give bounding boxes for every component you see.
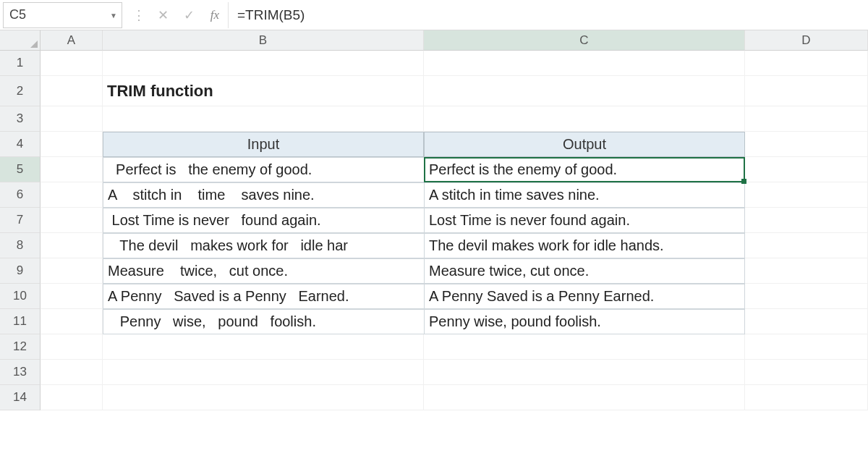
input-cell[interactable]: Penny wise, pound foolish. [103, 309, 424, 334]
cell[interactable] [103, 334, 424, 360]
cell[interactable] [103, 51, 424, 76]
output-cell[interactable]: A stitch in time saves nine. [424, 182, 745, 208]
row-header[interactable]: 9 [0, 258, 41, 284]
row: 14 [0, 385, 868, 410]
cell[interactable] [424, 76, 745, 106]
row-header[interactable]: 4 [0, 132, 41, 157]
input-cell[interactable]: The devil makes work for idle har [103, 233, 424, 258]
cell[interactable] [41, 385, 103, 410]
cell[interactable] [745, 258, 868, 284]
table-row: 11 Penny wise, pound foolish. Penny wise… [0, 309, 868, 334]
insert-function-button[interactable]: fx [202, 8, 228, 22]
chevron-down-icon[interactable]: ▼ [110, 11, 117, 19]
row-header[interactable]: 14 [0, 385, 41, 410]
row: 1 [0, 51, 868, 76]
cell[interactable] [41, 51, 103, 76]
row: 4 Input Output [0, 132, 868, 157]
row-header[interactable]: 13 [0, 360, 41, 385]
table-row: 10 A Penny Saved is a Penny Earned. A Pe… [0, 284, 868, 309]
input-cell[interactable]: Measure twice, cut once. [103, 258, 424, 284]
output-cell[interactable]: The devil makes work for idle hands. [424, 233, 745, 258]
row-header[interactable]: 8 [0, 233, 41, 258]
row: 3 [0, 106, 868, 132]
cell[interactable] [41, 284, 103, 309]
row-header[interactable]: 2 [0, 76, 41, 106]
cell[interactable] [745, 132, 868, 157]
cell[interactable] [745, 334, 868, 360]
title-cell[interactable]: TRIM function [103, 76, 424, 106]
cell[interactable] [745, 182, 868, 208]
cell[interactable] [745, 360, 868, 385]
column-header-a[interactable]: A [41, 30, 103, 51]
row-header[interactable]: 3 [0, 106, 41, 132]
input-cell[interactable]: Perfect is the enemy of good. [103, 157, 424, 182]
column-headers: A B C D [0, 30, 868, 51]
table-header-input[interactable]: Input [103, 132, 424, 157]
cell[interactable] [41, 182, 103, 208]
cell[interactable] [41, 360, 103, 385]
input-cell[interactable]: A stitch in time saves nine. [103, 182, 424, 208]
formula-text: =TRIM(B5) [237, 7, 305, 23]
cell[interactable] [424, 334, 745, 360]
table-row: 9 Measure twice, cut once. Measure twice… [0, 258, 868, 284]
table-row: 5 Perfect is the enemy of good. Perfect … [0, 157, 868, 182]
name-box[interactable]: C5 ▼ [3, 2, 122, 28]
row: 2 TRIM function [0, 76, 868, 106]
output-cell[interactable]: Penny wise, pound foolish. [424, 309, 745, 334]
cell[interactable] [41, 233, 103, 258]
cell[interactable] [41, 157, 103, 182]
cell[interactable] [41, 334, 103, 360]
cell[interactable] [424, 385, 745, 410]
column-header-d[interactable]: D [745, 30, 868, 51]
cell[interactable] [745, 157, 868, 182]
cell[interactable] [745, 233, 868, 258]
table-row: 8 The devil makes work for idle har The … [0, 233, 868, 258]
row: 12 [0, 334, 868, 360]
output-cell[interactable]: Perfect is the enemy of good. [424, 157, 745, 182]
row-header[interactable]: 5 [0, 157, 41, 182]
cell[interactable] [745, 385, 868, 410]
cell[interactable] [103, 385, 424, 410]
output-cell[interactable]: Measure twice, cut once. [424, 258, 745, 284]
cell[interactable] [41, 309, 103, 334]
cell[interactable] [41, 106, 103, 132]
row-header[interactable]: 6 [0, 182, 41, 208]
spreadsheet-grid: A B C D 1 2 TRIM function 3 [0, 30, 868, 410]
row-header[interactable]: 10 [0, 284, 41, 309]
row: 13 [0, 360, 868, 385]
cell[interactable] [41, 76, 103, 106]
formula-bar-grip-icon: ⋮ [132, 7, 145, 23]
cell[interactable] [424, 360, 745, 385]
input-cell[interactable]: A Penny Saved is a Penny Earned. [103, 284, 424, 309]
output-cell[interactable]: A Penny Saved is a Penny Earned. [424, 284, 745, 309]
row-header[interactable]: 1 [0, 51, 41, 76]
row-header[interactable]: 12 [0, 334, 41, 360]
column-header-b[interactable]: B [103, 30, 424, 51]
confirm-formula-button[interactable]: ✓ [176, 7, 202, 23]
cell[interactable] [424, 51, 745, 76]
cell[interactable] [41, 132, 103, 157]
column-header-c[interactable]: C [424, 30, 745, 51]
cancel-formula-button[interactable]: ✕ [150, 7, 176, 23]
table-header-output[interactable]: Output [424, 132, 745, 157]
row-header[interactable]: 7 [0, 208, 41, 233]
cell[interactable] [41, 208, 103, 233]
cell[interactable] [745, 106, 868, 132]
cell[interactable] [745, 76, 868, 106]
grid-rows: 1 2 TRIM function 3 4 Input Outp [0, 51, 868, 410]
cell[interactable] [745, 208, 868, 233]
cell[interactable] [41, 258, 103, 284]
cell[interactable] [745, 51, 868, 76]
cell[interactable] [745, 284, 868, 309]
cell[interactable] [745, 309, 868, 334]
row-header[interactable]: 11 [0, 309, 41, 334]
select-all-corner[interactable] [0, 30, 41, 51]
input-cell[interactable]: Lost Time is never found again. [103, 208, 424, 233]
cell[interactable] [103, 106, 424, 132]
cell[interactable] [103, 360, 424, 385]
formula-input[interactable]: =TRIM(B5) [228, 2, 868, 28]
formula-bar: C5 ▼ ⋮ ✕ ✓ fx =TRIM(B5) [0, 0, 868, 30]
cell[interactable] [424, 106, 745, 132]
output-cell[interactable]: Lost Time is never found again. [424, 208, 745, 233]
name-box-value: C5 [9, 7, 26, 22]
